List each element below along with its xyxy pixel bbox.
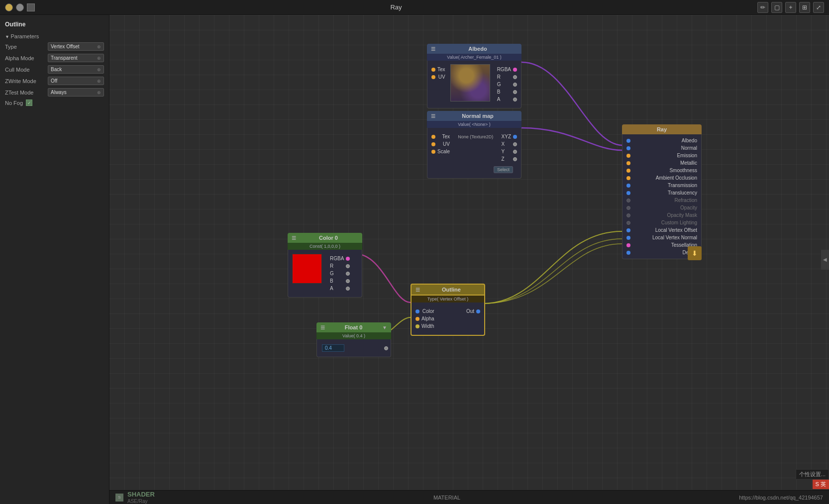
color0-menu-icon[interactable]: ☰ bbox=[292, 235, 296, 241]
expand-icon[interactable]: ⤢ bbox=[813, 2, 824, 13]
ray-localvertexnormal-label: Local Vertex Normal bbox=[652, 235, 697, 240]
ray-localvertexoffset-row: Local Vertex Offset bbox=[622, 226, 701, 234]
canvas-area: ☰ Albedo Value( Archer_Female_01 ) Tex U… bbox=[109, 15, 829, 504]
albedo-tex-label: Tex bbox=[437, 67, 445, 72]
ray-metallic-row: Metallic bbox=[622, 159, 701, 167]
albedo-g-port bbox=[513, 83, 517, 87]
normalmap-select-area: Select bbox=[427, 165, 521, 176]
albedo-uv-row: UV bbox=[427, 73, 449, 81]
albedo-texture-preview bbox=[450, 64, 490, 101]
ray-translucency-label: Translucency bbox=[668, 190, 697, 196]
shape-circle2-icon[interactable] bbox=[16, 3, 24, 11]
ray-body: Albedo Normal Emission Metallic Smoothne… bbox=[622, 134, 702, 259]
ray-normal-port bbox=[626, 146, 630, 150]
outline-alpha-row: Alpha bbox=[412, 315, 438, 322]
no-fog-row: No Fog ✓ bbox=[0, 98, 109, 107]
normalmap-x-row: X bbox=[498, 140, 521, 148]
ray-ao-label: Ambient Occlusion bbox=[656, 175, 697, 181]
outline-right-ports: Out bbox=[462, 305, 484, 332]
cn-settings[interactable]: 个性设置... bbox=[796, 469, 829, 480]
shader-icon: S bbox=[115, 494, 123, 502]
outline-out-port bbox=[476, 309, 480, 313]
ray-emission-port bbox=[626, 154, 630, 158]
outline-color-label: Color bbox=[422, 308, 434, 314]
download-icon[interactable]: ⬇ bbox=[688, 246, 702, 260]
shape-circle-icon[interactable] bbox=[5, 3, 13, 11]
normalmap-y-row: Y bbox=[498, 148, 521, 155]
param-cull-row: Cull Mode Back bbox=[0, 64, 109, 75]
ray-translucency-port bbox=[626, 191, 630, 195]
color0-r-row: R bbox=[326, 262, 354, 270]
param-zwrite-value[interactable]: Off bbox=[48, 77, 104, 85]
float0-header: ☰ Float 0 ▼ bbox=[316, 322, 391, 332]
normalmap-z-row: Z bbox=[498, 155, 521, 163]
param-type-label: Type bbox=[5, 44, 45, 50]
no-fog-checkbox[interactable]: ✓ bbox=[26, 100, 32, 106]
normalmap-uv-row: UV bbox=[427, 140, 454, 148]
color0-r-port bbox=[346, 264, 350, 268]
albedo-texture-inner bbox=[451, 65, 490, 101]
float0-arrow-icon[interactable]: ▼ bbox=[382, 325, 387, 330]
param-alpha-value[interactable]: Transparent bbox=[48, 54, 104, 62]
normalmap-title: Normal map bbox=[438, 113, 518, 119]
outline-header: ☰ Outline bbox=[411, 284, 485, 296]
albedo-rgba-port bbox=[513, 68, 517, 72]
normalmap-z-port bbox=[513, 157, 517, 161]
shape-square-icon[interactable] bbox=[27, 3, 35, 11]
normalmap-content: Tex UV Scale None (Texture2D) bbox=[427, 130, 521, 165]
float0-input[interactable] bbox=[322, 344, 344, 352]
cn-badge[interactable]: S 英 bbox=[813, 480, 829, 489]
albedo-g-row: G bbox=[493, 81, 521, 88]
parameters-section[interactable]: Parameters bbox=[0, 32, 109, 41]
grid-icon[interactable]: ⊞ bbox=[799, 2, 810, 13]
param-ztest-value[interactable]: Always bbox=[48, 88, 104, 97]
pencil-icon[interactable]: ✏ bbox=[757, 2, 768, 13]
color0-a-label: A bbox=[330, 286, 333, 291]
bottombar: S SHADER ASE/Ray MATERIAL https://blog.c… bbox=[109, 490, 829, 504]
ray-opacity-port bbox=[626, 206, 630, 210]
shader-label: SHADER bbox=[127, 491, 155, 498]
normalmap-menu-icon[interactable]: ☰ bbox=[431, 113, 435, 119]
ray-customlighting-row: Custom Lighting bbox=[622, 219, 701, 226]
albedo-title: Albedo bbox=[438, 46, 518, 52]
float0-menu-icon[interactable]: ☰ bbox=[320, 325, 325, 330]
albedo-menu-icon[interactable]: ☰ bbox=[431, 46, 435, 52]
ray-albedo-label: Albedo bbox=[682, 138, 697, 143]
outline-menu-icon[interactable]: ☰ bbox=[415, 287, 420, 293]
normalmap-scale-label: Scale bbox=[437, 149, 450, 154]
left-panel: Outline Parameters Type Vertex Offset Al… bbox=[0, 15, 109, 504]
normalmap-scale-row: Scale bbox=[427, 148, 454, 155]
param-type-value[interactable]: Vertex Offset bbox=[48, 42, 104, 51]
color0-a-port bbox=[346, 287, 350, 291]
color0-swatch[interactable] bbox=[292, 254, 322, 284]
albedo-uv-label: UV bbox=[438, 74, 445, 80]
ray-metallic-port bbox=[626, 161, 630, 165]
plus-icon[interactable]: + bbox=[785, 2, 796, 13]
albedo-tex-port bbox=[431, 68, 435, 72]
color0-g-row: G bbox=[326, 270, 354, 277]
normalmap-subtitle: Value( <None> ) bbox=[427, 121, 521, 128]
outline-node: ☰ Outline Type( Vertex Offset ) Color Al… bbox=[411, 284, 485, 336]
normalmap-tex-label: Tex bbox=[442, 134, 450, 139]
normalmap-scale-port bbox=[431, 150, 435, 154]
albedo-header: ☰ Albedo bbox=[427, 44, 521, 54]
ray-header: Ray bbox=[622, 124, 702, 134]
param-cull-value[interactable]: Back bbox=[48, 65, 104, 74]
frame-icon[interactable]: ▢ bbox=[771, 2, 782, 13]
albedo-uv-port bbox=[431, 75, 435, 79]
outline-body: Color Alpha Width Out bbox=[411, 302, 485, 336]
outline-alpha-port bbox=[415, 317, 419, 321]
normalmap-select-button[interactable]: Select bbox=[494, 166, 513, 173]
ray-localvertexoffset-label: Local Vertex Offset bbox=[655, 227, 697, 233]
color0-subtitle: Const( 1,0,0,0 ) bbox=[288, 243, 362, 250]
albedo-a-label: A bbox=[497, 97, 501, 102]
albedo-rgba-label: RGBA bbox=[497, 67, 511, 72]
ray-localvertexnormal-row: Local Vertex Normal bbox=[622, 234, 701, 241]
side-arrow[interactable]: ◀ bbox=[821, 250, 829, 270]
normalmap-uv-port bbox=[431, 142, 435, 146]
color0-body: RGBA R G B bbox=[288, 250, 362, 298]
ray-opacity-label: Opacity bbox=[680, 205, 697, 210]
albedo-a-port bbox=[513, 98, 517, 101]
ray-customlighting-label: Custom Lighting bbox=[661, 220, 697, 225]
main-area: Outline Parameters Type Vertex Offset Al… bbox=[0, 15, 829, 504]
